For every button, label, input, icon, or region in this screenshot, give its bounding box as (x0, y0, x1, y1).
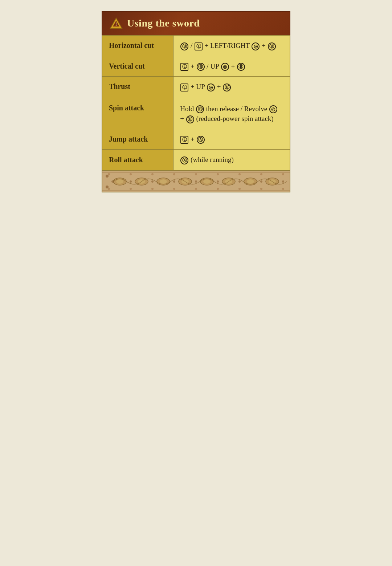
b-button: Ⓑ (180, 42, 188, 50)
move-desc: Ⓛ + UP ◎ + Ⓑ (173, 77, 290, 97)
b-button-2: Ⓑ (268, 42, 276, 50)
move-name: Roll attack (102, 150, 173, 170)
table-row: Thrust Ⓛ + UP ◎ + Ⓑ (102, 77, 290, 97)
card-header: ! Using the sword (102, 11, 290, 35)
svg-point-15 (203, 179, 211, 184)
svg-point-30 (282, 180, 284, 183)
table-row: Vertical cut Ⓛ + Ⓑ / UP ◎ + Ⓑ (102, 56, 290, 77)
svg-point-46 (195, 188, 197, 190)
l-button: Ⓛ (180, 84, 188, 91)
move-desc: Ⓛ + Ⓑ / UP ◎ + Ⓑ (173, 56, 290, 77)
moves-table: Horizontal cut Ⓑ / Ⓛ + LEFT/RIGHT ◎ + Ⓑ … (102, 35, 290, 171)
move-desc: Ⓛ + Ⓐ (173, 129, 290, 150)
svg-point-24 (151, 180, 154, 183)
svg-point-45 (173, 188, 175, 190)
svg-point-19 (247, 179, 254, 184)
svg-point-23 (130, 180, 132, 183)
circle-stick: ◎ (269, 105, 277, 113)
circle-stick: ◎ (221, 63, 229, 71)
b-button: Ⓑ (197, 63, 205, 71)
svg-point-40 (260, 173, 262, 175)
table-row: Jump attack Ⓛ + Ⓐ (102, 129, 290, 150)
svg-point-48 (238, 188, 241, 190)
move-name: Vertical cut (102, 56, 173, 77)
svg-point-50 (282, 188, 284, 190)
move-name: Thrust (102, 77, 173, 97)
move-desc: Ⓐ (while running) (173, 150, 290, 170)
table-row: Horizontal cut Ⓑ / Ⓛ + LEFT/RIGHT ◎ + Ⓑ (102, 35, 290, 56)
svg-point-27 (217, 180, 219, 183)
a-button: Ⓐ (197, 136, 205, 144)
svg-point-7 (116, 179, 123, 184)
svg-point-44 (151, 188, 154, 190)
l-button: Ⓛ (180, 136, 188, 144)
move-desc: Ⓑ / Ⓛ + LEFT/RIGHT ◎ + Ⓑ (173, 35, 290, 56)
a-button: Ⓐ (180, 156, 188, 164)
l-button: Ⓛ (180, 63, 188, 71)
svg-point-34 (130, 173, 132, 175)
svg-point-26 (195, 180, 197, 183)
svg-point-36 (173, 173, 175, 175)
svg-point-47 (217, 188, 219, 190)
decorative-border (102, 171, 290, 192)
table-row: Spin attack Hold Ⓑ then release / Revolv… (102, 97, 290, 129)
table-row: Roll attack Ⓐ (while running) (102, 150, 290, 170)
svg-text:!: ! (115, 21, 117, 27)
circle-stick: ◎ (207, 84, 215, 91)
sword-guide-card: ! Using the sword Horizontal cut Ⓑ / Ⓛ +… (102, 11, 290, 566)
svg-point-49 (260, 188, 262, 190)
move-name: Jump attack (102, 129, 173, 150)
svg-point-5 (106, 186, 109, 188)
svg-point-25 (173, 180, 175, 183)
svg-point-28 (238, 180, 241, 183)
svg-point-43 (130, 188, 132, 190)
b-button-2: Ⓑ (186, 115, 194, 123)
header-title: Using the sword (127, 17, 200, 29)
svg-point-11 (160, 179, 167, 184)
circle-stick: ◎ (252, 42, 260, 50)
svg-point-39 (238, 173, 241, 175)
svg-point-4 (106, 175, 109, 178)
svg-point-22 (111, 180, 114, 183)
svg-point-35 (151, 173, 154, 175)
svg-point-41 (282, 173, 284, 175)
svg-point-33 (108, 173, 110, 175)
svg-point-38 (217, 173, 219, 175)
move-desc: Hold Ⓑ then release / Revolve ◎ + Ⓑ (red… (173, 97, 290, 129)
move-name: Horizontal cut (102, 35, 173, 56)
decorative-pattern (102, 171, 290, 192)
b-button: Ⓑ (223, 84, 231, 91)
b-button-2: Ⓑ (237, 63, 245, 71)
svg-point-29 (260, 180, 262, 183)
svg-point-37 (195, 173, 197, 175)
svg-point-42 (108, 188, 110, 190)
triforce-warning-icon: ! (110, 17, 123, 30)
b-button: Ⓑ (196, 105, 204, 113)
l-button: Ⓛ (195, 42, 203, 50)
move-name: Spin attack (102, 97, 173, 129)
